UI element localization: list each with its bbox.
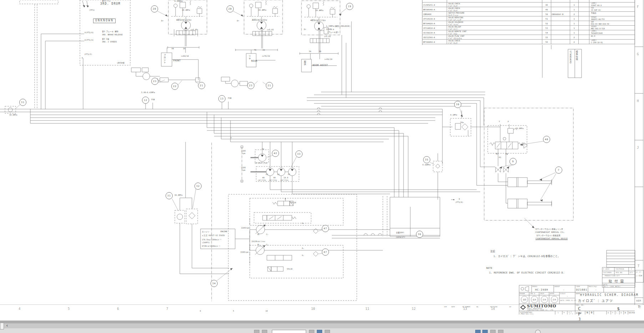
part-remark: 川崎重工C-25H-10-01: [589, 40, 635, 44]
revision-col-header: DN NUMBER: [458, 305, 475, 309]
schematic-label: 7: [166, 307, 168, 311]
part-name: VALVE:REDUCINGﾊﾞﾙﾌﾞ:ﾚﾃﾞｭｰｼﾝｸﾞ: [447, 16, 542, 21]
schematic-label: (240PS): [202, 242, 210, 244]
toolbar-button-icon[interactable]: [475, 330, 481, 333]
part-qty: 1: [570, 7, 579, 11]
toolbar-button-icon[interactable]: [317, 330, 322, 333]
production-qty-label: PRODUCTION QTY: [605, 275, 620, 277]
part-number: CBR0488: [422, 12, 447, 16]
schematic-label: i=76/24: [262, 55, 270, 57]
item-number: 54: [542, 30, 551, 35]
model-value: HC-248H: [535, 288, 548, 291]
parts-table-row: CPJ14138-AVALVE:REDUCINGﾊﾞﾙﾌﾞ:ﾚﾃﾞｭｰｼﾝｸﾞ5…: [422, 16, 635, 21]
scroll-left-arrow-icon[interactable]: ‹: [6, 323, 9, 328]
schematic-label: T: [499, 121, 500, 123]
schematic-label: 24: [263, 49, 265, 51]
schematic-label: X₁: [302, 255, 304, 257]
gt-code-label: コード: [569, 313, 573, 315]
schematic-label: P6: [262, 148, 264, 150]
scroll-corner-box[interactable]: [0, 323, 4, 329]
part-remark: #1.0: [589, 35, 635, 39]
approval-stamp: 松木: [531, 296, 538, 303]
schematic-label: 30.8MPa: [174, 194, 182, 196]
micro-cell-label: し: [616, 312, 618, 314]
schematic-label: 176.5kw/2200min⁻¹: [202, 239, 222, 241]
item-balloon: 21: [198, 82, 205, 89]
item-balloon: 33: [295, 150, 303, 158]
parts-table-row: CPJ14618-AVALVE:RELIEFﾊﾞﾙﾌﾞ:ﾘﾘｰﾌ531内田油圧R…: [422, 26, 635, 30]
rei-change-label: レイ変更: [636, 275, 642, 277]
schematic-label: 2X139cm³/rev: [252, 241, 265, 243]
schematic-label: NOTE: [486, 267, 492, 270]
schematic-label: (PF1): [89, 9, 95, 11]
mass-label: MASS(kg): [589, 286, 597, 287]
schematic-label: UNKNOWN: [93, 19, 116, 23]
schematic-label: 3RD. BRAKE RELEASE: [102, 34, 123, 36]
item-balloon: 12: [142, 97, 149, 104]
item-balloon: 34: [211, 280, 218, 287]
parts-table: VALVE:CHECKCSJ05231-AVALVE:CHECKﾊﾞﾙﾌﾞ:ﾁｪ…: [422, 0, 635, 45]
schematic-label: 76: [254, 49, 256, 51]
parts-table-row: BRJ06940-AVALVE:CHECKﾊﾞﾙﾌﾞ:ﾁｪｯｸ491内田CI-0…: [422, 7, 635, 12]
toolbar-button-icon[interactable]: [490, 330, 496, 333]
schematic-label: 6: [117, 307, 119, 311]
item-number: 51: [542, 16, 551, 21]
part-qty: 1: [570, 26, 579, 30]
toolbar-button-icon[interactable]: [309, 330, 314, 333]
schematic-label: 5.88~8.43MPa: [141, 92, 155, 94]
alt-part-number: [551, 40, 570, 44]
alt-part-number: [551, 0, 570, 2]
item-number: 56: [542, 40, 551, 44]
micro-cell-label: 取扱: [629, 312, 632, 314]
schematic-label: 20.6MPa: [516, 128, 523, 130]
toolbar-button-icon[interactable]: [482, 330, 488, 333]
schematic-label: 12: [412, 307, 416, 311]
schematic-label: C₂: [266, 244, 268, 246]
parts-table-row: BPJ04020-AVALVE:SOLENOIDﾊﾞﾙﾌﾞ:ｿﾚﾉｲﾄﾞ521油…: [422, 21, 635, 26]
item-number: 48: [542, 2, 551, 7]
item-balloon: 13: [218, 95, 225, 102]
schematic-label: PSB: [151, 99, 155, 101]
toolbar-button-icon[interactable]: [498, 330, 503, 333]
schematic-label: 28.4MPa: [258, 9, 266, 11]
schematic-label: T: [638, 265, 639, 268]
schematic-label: A₁: [302, 247, 304, 250]
part-remark: 油研DSG-03-3B3-D24-50: [589, 21, 635, 25]
schematic-label: 18: [319, 51, 321, 53]
wt-note: W.T. (SEE NOTE): [604, 286, 620, 287]
alt-part-number: [551, 35, 570, 39]
item-balloon: 47: [322, 225, 329, 232]
toolbar-input-field[interactable]: [272, 330, 306, 333]
toolbar-button-icon[interactable]: [254, 330, 259, 333]
toolbar-button-icon[interactable]: [262, 330, 267, 333]
parts-table-row: CSJ05231-AVALVE:CHECKﾊﾞﾙﾌﾞ:ﾁｪｯｸ481川崎重工S2…: [422, 2, 635, 7]
part-name: VALVE:CHECKﾊﾞﾙﾌﾞ:ﾁｪｯｸ: [447, 40, 542, 44]
schematic-label: (PT1/2): [84, 53, 92, 56]
schematic-label: カウンターウエイト脱着装置: [536, 235, 561, 237]
toolbar-button-icon[interactable]: [535, 330, 541, 333]
schematic-label: 40: [262, 177, 264, 179]
schematic-label: カウンターウエイト脱着シリンダ: [535, 228, 563, 230]
item-number: 55: [542, 35, 551, 39]
schematic-label: 56: [309, 51, 311, 53]
schematic-label: 11: [365, 307, 369, 311]
toolbar-button-icon[interactable]: [325, 330, 330, 333]
schematic-label: SOL18: [290, 202, 296, 204]
micro-cell-label: 名: [608, 312, 609, 314]
item-balloon: 23: [247, 82, 254, 89]
appr-label: APPR.: [550, 293, 555, 294]
usage-n: N: [587, 311, 588, 314]
parts-table-row: BPJ00060-AVALVE:CHECKﾊﾞﾙﾌﾞ:ﾁｪｯｸ562川崎重工C-…: [422, 40, 635, 44]
schematic-label: 30.6MPa: [9, 114, 17, 116]
schematic-label: 0.1MPa: [450, 114, 457, 116]
schematic-label: 485cm³/rev: [252, 19, 267, 21]
micro-cell-label: 数: [625, 312, 626, 314]
schematic-label: i=5.65: [324, 36, 331, 38]
name-label: NAME: [576, 293, 580, 294]
part-number: BPJ00060-A: [422, 40, 447, 44]
mark-2: ⑥: [563, 312, 565, 313]
item-balloon: 38: [454, 101, 461, 108]
alt-part-number: [551, 2, 570, 7]
schematic-label: COUNTERWEIGHT REMOVAL DEVICE: [536, 238, 568, 240]
revision-strip: SYMDATEDN NUMBERNO.REVISIONBY: [442, 305, 514, 309]
